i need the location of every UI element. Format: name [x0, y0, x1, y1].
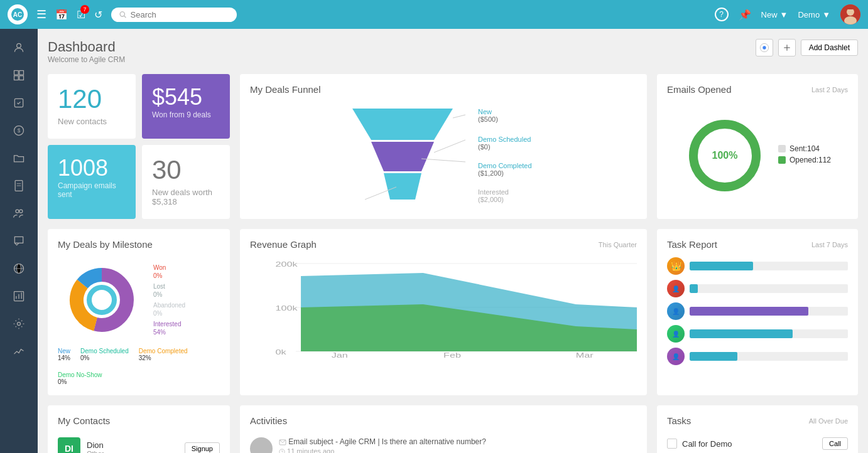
task-avatar: 👤	[667, 325, 685, 343]
task-bar-container	[690, 352, 848, 361]
contact-name: Dion	[87, 440, 178, 450]
search-icon	[119, 10, 127, 19]
svg-rect-11	[14, 76, 19, 80]
sidebar-item-deals[interactable]: $	[0, 118, 38, 143]
donut-legend: Sent:104 Opened:112	[778, 144, 831, 167]
sidebar-item-team[interactable]	[0, 201, 38, 226]
donut-chart: 100%	[684, 115, 766, 196]
task-report-rows: 👑 👤 👤	[667, 257, 848, 365]
task-avatar: 👤	[667, 302, 685, 320]
add-dashlet-button[interactable]: Add Dashlet	[801, 40, 858, 56]
calendar-icon[interactable]: 📅	[55, 9, 68, 21]
demo-button[interactable]: Demo ▼	[798, 10, 830, 19]
header-actions: Add Dashlet	[756, 39, 858, 56]
sidebar-item-documents[interactable]	[0, 173, 38, 198]
new-contacts-card: 120 New contacts	[48, 74, 136, 139]
donut-container: 100% Sent:104 Opened:112	[667, 102, 848, 209]
tasks-nav-icon[interactable]: ☑ 7	[77, 9, 85, 21]
activity-content: Email subject - Agile CRM | Is there an …	[279, 437, 486, 453]
svg-text:Mar: Mar	[576, 352, 594, 358]
page-title-block: Dashboard Welcome to Agile CRM	[48, 39, 125, 64]
sidebar-item-folder[interactable]	[0, 146, 38, 171]
svg-text:Jan: Jan	[332, 352, 348, 358]
chrome-icon-button[interactable]	[756, 39, 773, 56]
funnel-content: New ($500) Demo Scheduled ($0) Demo Comp…	[250, 102, 637, 209]
search-input[interactable]	[131, 10, 229, 19]
activity-text: Email subject - Agile CRM | Is there an …	[279, 437, 486, 446]
sidebar-item-settings[interactable]	[0, 311, 38, 336]
task-avatar: 👤	[667, 280, 685, 297]
sidebar-item-chat[interactable]	[0, 228, 38, 253]
task-avatar: 👑	[667, 257, 685, 275]
history-icon[interactable]: ↺	[94, 9, 102, 21]
sidebar-item-tasks[interactable]	[0, 90, 38, 115]
new-deals-card: 30 New deals worth $5,318	[142, 145, 230, 219]
svg-rect-12	[19, 76, 24, 80]
activities-title: Activities	[250, 415, 637, 426]
svg-point-8	[17, 43, 21, 48]
tasks-overdue: All Over Due	[809, 417, 848, 425]
task-report-period: Last 7 Days	[811, 241, 848, 248]
legend-sent: Sent:104	[778, 144, 831, 153]
svg-point-28	[18, 322, 21, 326]
won-deals-card: $545 Won from 9 deals	[142, 74, 230, 139]
page-subtitle: Welcome to Agile CRM	[48, 55, 125, 64]
help-icon[interactable]: ?	[715, 8, 729, 21]
svg-line-3	[124, 16, 126, 18]
svg-text:100k: 100k	[276, 305, 298, 312]
milestone-title: My Deals by Milestone	[58, 239, 220, 250]
activity-time: 11 minutes ago	[279, 447, 486, 453]
sidebar-item-reports[interactable]	[0, 284, 38, 309]
page-header: Dashboard Welcome to Agile CRM Add Dashl…	[48, 39, 858, 64]
revenue-chart: 200k 100k 0k Jan Feb Mar	[250, 257, 637, 358]
sidebar-item-analytics[interactable]	[0, 339, 38, 364]
new-button[interactable]: New ▼	[761, 10, 788, 19]
task-item: Call for Demo Call	[667, 432, 848, 453]
new-contacts-number: 120	[58, 84, 126, 114]
new-deals-label: New deals worth $5,318	[152, 188, 220, 206]
svg-point-19	[16, 210, 19, 213]
signup-button[interactable]: Signup	[185, 442, 220, 453]
activities-widget: Activities Email subject - Agile CRM | I…	[240, 405, 647, 453]
revenue-title: Revenue Graph	[250, 239, 317, 250]
task-report-title: Task Report	[667, 239, 717, 250]
task-row: 👑	[667, 257, 848, 275]
user-avatar[interactable]	[840, 4, 860, 24]
sidebar-item-contacts[interactable]	[0, 35, 38, 60]
emails-opened-period: Last 2 Days	[811, 86, 848, 93]
task-bar-container	[690, 329, 848, 338]
plus-icon-button[interactable]	[778, 39, 796, 56]
task-checkbox[interactable]	[667, 439, 677, 449]
task-bar	[690, 307, 808, 316]
contact-row: DI Dion Other, Signup	[58, 432, 220, 453]
campaign-emails-card: 1008 Campaign emails sent	[48, 145, 136, 219]
task-avatar: 👤	[667, 348, 685, 365]
task-bar	[690, 329, 793, 338]
milestone-right-labels: New14% Demo Scheduled0% Demo Completed32…	[58, 348, 220, 385]
svg-text:$: $	[18, 127, 21, 134]
legend-opened: Opened:112	[778, 156, 831, 164]
pin-icon[interactable]: 📌	[739, 9, 751, 21]
tasks-widget: Tasks All Over Due Call for Demo Call Fr…	[657, 405, 858, 453]
task-bar	[690, 352, 737, 361]
task-row: 👤	[667, 348, 848, 365]
contact-sub: Other,	[87, 450, 178, 454]
milestone-chart: Won 0% Lost 0% Abandoned 0% Interested 5…	[58, 256, 220, 344]
sidebar-item-dashboard[interactable]	[0, 63, 38, 88]
svg-marker-35	[384, 173, 421, 200]
contacts-title: My Contacts	[58, 415, 220, 426]
new-contacts-label: New contacts	[58, 117, 126, 126]
sidebar-item-globe[interactable]	[0, 256, 38, 281]
task-row: 👤	[667, 325, 848, 343]
svg-text:0k: 0k	[276, 349, 286, 356]
menu-icon[interactable]: ☰	[36, 8, 46, 21]
call-button[interactable]: Call	[822, 437, 848, 450]
search-box[interactable]	[111, 8, 237, 22]
funnel-svg	[334, 102, 472, 209]
page-title: Dashboard	[48, 39, 125, 55]
activity-avatar	[250, 437, 273, 453]
tasks-header: Tasks All Over Due	[667, 415, 848, 426]
milestone-widget: My Deals by Milestone Won 0%	[48, 229, 230, 395]
main-content: Dashboard Welcome to Agile CRM Add Dashl…	[38, 29, 868, 453]
svg-marker-34	[371, 142, 434, 171]
